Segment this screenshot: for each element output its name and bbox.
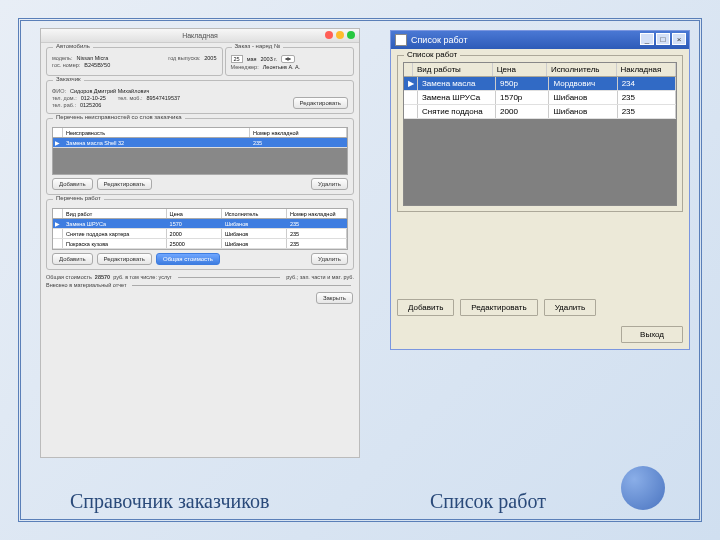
window-works-list: Список работ _ □ × Список работ Вид рабо…: [390, 30, 690, 350]
table-row[interactable]: Снятие поддона картера 2000 Шибанов 235: [53, 229, 347, 239]
close-button[interactable]: Закрыть: [316, 292, 353, 304]
minimize-icon[interactable]: [336, 31, 344, 39]
group-faults: Перечень неисправностей со слов заказчик…: [53, 114, 185, 120]
table-row[interactable]: ▶ Замена ШРУСа 1570 Шибанов 235: [53, 219, 347, 229]
table-row[interactable]: ▶ Замена масла Shell 32 235: [53, 138, 347, 148]
list-add-button[interactable]: Добавить: [397, 299, 454, 316]
caption-right: Список работ: [430, 490, 546, 513]
window-title: Накладная: [182, 32, 218, 39]
faults-edit-button[interactable]: Редактировать: [97, 178, 152, 190]
titlebar: Накладная: [41, 29, 359, 43]
zoom-icon[interactable]: [347, 31, 355, 39]
decorative-circle: [621, 466, 665, 510]
titlebar: Список работ _ □ ×: [391, 31, 689, 49]
window-title: Список работ: [411, 35, 468, 45]
exit-button[interactable]: Выход: [621, 326, 683, 343]
group-car: Автомобиль: [53, 43, 93, 49]
date-stepper[interactable]: [281, 55, 295, 63]
customer-edit-button[interactable]: Редактировать: [293, 97, 348, 109]
works-delete-button[interactable]: Удалить: [311, 253, 348, 265]
close-icon[interactable]: ×: [672, 33, 686, 45]
app-icon: [395, 34, 407, 46]
date-day[interactable]: 25: [231, 55, 243, 63]
table-row[interactable]: Покраска кузова 25000 Шибанов 235: [53, 239, 347, 249]
table-row[interactable]: Замена ШРУСа 1570р Шибанов 235: [404, 91, 676, 105]
list-edit-button[interactable]: Редактировать: [460, 299, 537, 316]
total-value: 28570: [95, 274, 110, 280]
works-total-button[interactable]: Общая стоимость: [156, 253, 220, 265]
maximize-icon[interactable]: □: [656, 33, 670, 45]
group-works-list: Список работ: [404, 50, 460, 59]
faults-delete-button[interactable]: Удалить: [311, 178, 348, 190]
minimize-icon[interactable]: _: [640, 33, 654, 45]
table-row[interactable]: Снятие поддона 2000 Шибанов 235: [404, 105, 676, 119]
group-customer: Заказчик: [53, 76, 84, 82]
list-delete-button[interactable]: Удалить: [544, 299, 597, 316]
works-edit-button[interactable]: Редактировать: [97, 253, 152, 265]
close-icon[interactable]: [325, 31, 333, 39]
caption-left: Справочник заказчиков: [70, 490, 269, 513]
group-order: Заказ - наряд №: [232, 43, 284, 49]
group-works: Перечень работ: [53, 195, 104, 201]
works-add-button[interactable]: Добавить: [52, 253, 93, 265]
table-row[interactable]: ▶ Замена масла 950р Мордвович 234: [404, 77, 676, 91]
works-list-grid[interactable]: Вид работы Цена Исполнитель Накладная ▶ …: [403, 62, 677, 206]
works-grid[interactable]: Вид работ Цена Исполнитель Номер накладн…: [52, 208, 348, 250]
window-invoice: Накладная Автомобиль модель:Nissan Micra…: [40, 28, 360, 458]
faults-add-button[interactable]: Добавить: [52, 178, 93, 190]
faults-grid[interactable]: Неисправность Номер накладной ▶ Замена м…: [52, 127, 348, 175]
